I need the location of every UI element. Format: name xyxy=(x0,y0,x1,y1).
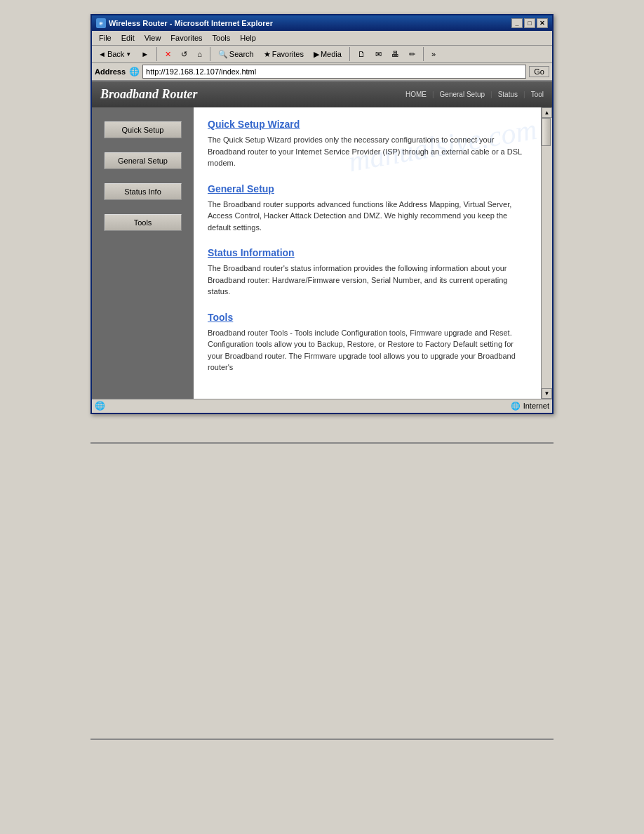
section-status-info-title[interactable]: Status Information xyxy=(208,247,527,258)
router-nav: HOME | General Setup | Status | Tool xyxy=(405,91,544,98)
general-setup-button[interactable]: General Setup xyxy=(105,152,182,169)
status-bar-left: 🌐 xyxy=(95,401,108,411)
maximize-button[interactable]: □ xyxy=(524,18,535,28)
go-button[interactable]: Go xyxy=(529,66,549,77)
section-general-setup-text: The Broadband router supports advanced f… xyxy=(208,199,527,234)
refresh-icon: ↺ xyxy=(181,50,187,59)
forward-button[interactable]: ► xyxy=(137,48,152,60)
separator-line-1 xyxy=(90,442,554,444)
section-general-setup: General Setup The Broadband router suppo… xyxy=(208,183,527,234)
router-header: Broadband Router HOME | General Setup | … xyxy=(92,81,552,107)
scroll-down-button[interactable]: ▼ xyxy=(542,388,552,399)
stop-button[interactable]: ✕ xyxy=(161,48,175,61)
router-content: Quick Setup Wizard The Quick Setup Wizar… xyxy=(194,107,541,399)
back-button[interactable]: ◄ Back ▼ xyxy=(95,48,135,60)
nav-general-setup[interactable]: General Setup xyxy=(440,91,485,98)
history-icon: 🗋 xyxy=(358,50,365,58)
address-label: Address xyxy=(95,67,126,76)
mail-icon: ✉ xyxy=(375,50,382,59)
nav-tool[interactable]: Tool xyxy=(531,91,544,98)
print-button[interactable]: 🖶 xyxy=(388,48,403,60)
toolbar: ◄ Back ▼ ► ✕ ↺ ⌂ 🔍 Search ★ Favorites ▶ … xyxy=(92,46,552,63)
titlebar-controls: _ □ ✕ xyxy=(511,18,548,28)
zone-indicator: 🌐 Internet xyxy=(511,402,549,411)
refresh-button[interactable]: ↺ xyxy=(177,48,191,61)
favorites-button[interactable]: ★ Favorites xyxy=(260,48,307,61)
titlebar: e Wireless Router - Microsoft Internet E… xyxy=(92,15,552,31)
section-quick-setup: Quick Setup Wizard The Quick Setup Wizar… xyxy=(208,119,527,169)
browser-window: e Wireless Router - Microsoft Internet E… xyxy=(90,14,554,414)
address-bar: Address 🌐 Go xyxy=(92,63,552,81)
expand-icon: » xyxy=(431,50,436,58)
loading-icon: 🌐 xyxy=(95,401,105,411)
titlebar-title: Wireless Router - Microsoft Internet Exp… xyxy=(109,19,273,27)
section-quick-setup-text: The Quick Setup Wizard provides only the… xyxy=(208,134,527,169)
menu-tools[interactable]: Tools xyxy=(208,32,235,44)
scroll-thumb[interactable] xyxy=(542,118,551,146)
section-tools-title[interactable]: Tools xyxy=(208,312,527,323)
section-status-info-text: The Broadband router's status informatio… xyxy=(208,263,527,298)
zone-label: Internet xyxy=(523,402,549,410)
star-icon: ★ xyxy=(264,50,271,59)
router-container: Broadband Router HOME | General Setup | … xyxy=(92,81,552,399)
section-quick-setup-title[interactable]: Quick Setup Wizard xyxy=(208,119,527,130)
search-button[interactable]: 🔍 Search xyxy=(215,48,257,61)
home-button[interactable]: ⌂ xyxy=(194,48,206,60)
address-input[interactable] xyxy=(142,65,526,79)
search-icon: 🔍 xyxy=(218,50,228,59)
nav-status[interactable]: Status xyxy=(498,91,518,98)
media-button[interactable]: ▶ Media xyxy=(310,48,345,61)
status-bar: 🌐 🌐 Internet xyxy=(92,399,552,413)
scrollbar: ▲ ▼ xyxy=(541,107,552,399)
edit-icon: ✏ xyxy=(409,50,415,59)
section-tools: Tools Broadband router Tools - Tools inc… xyxy=(208,312,527,373)
nav-home[interactable]: HOME xyxy=(405,91,427,98)
stop-icon: ✕ xyxy=(165,50,171,59)
ie-icon: e xyxy=(96,18,106,28)
section-general-setup-title[interactable]: General Setup xyxy=(208,183,527,194)
close-button[interactable]: ✕ xyxy=(537,18,548,28)
separator-4 xyxy=(423,47,424,61)
expand-button[interactable]: » xyxy=(428,48,439,60)
forward-icon: ► xyxy=(141,50,149,58)
section-status-info: Status Information The Broadband router'… xyxy=(208,247,527,298)
minimize-button[interactable]: _ xyxy=(511,18,523,28)
titlebar-left: e Wireless Router - Microsoft Internet E… xyxy=(96,18,273,28)
menubar: File Edit View Favorites Tools Help xyxy=(92,31,552,46)
quick-setup-button[interactable]: Quick Setup xyxy=(105,121,182,138)
scroll-track[interactable] xyxy=(542,118,552,388)
back-icon: ◄ xyxy=(98,50,106,58)
history-button[interactable]: 🗋 xyxy=(354,48,369,60)
status-info-button[interactable]: Status Info xyxy=(105,183,182,200)
home-icon: ⌂ xyxy=(197,50,202,58)
separator-2 xyxy=(210,47,210,61)
media-icon: ▶ xyxy=(314,50,319,59)
tools-button[interactable]: Tools xyxy=(105,214,182,231)
menu-view[interactable]: View xyxy=(140,32,166,44)
separator-1 xyxy=(156,47,157,61)
menu-help[interactable]: Help xyxy=(236,32,260,44)
separator-3 xyxy=(349,47,350,61)
router-title: Broadband Router xyxy=(100,87,198,102)
menu-favorites[interactable]: Favorites xyxy=(166,32,206,44)
menu-edit[interactable]: Edit xyxy=(117,32,139,44)
scroll-up-button[interactable]: ▲ xyxy=(542,107,552,118)
print-icon: 🖶 xyxy=(391,50,399,58)
mail-button[interactable]: ✉ xyxy=(372,48,385,61)
separator-line-2 xyxy=(90,739,554,740)
router-sidebar: Quick Setup General Setup Status Info To… xyxy=(92,107,194,399)
router-body: Quick Setup General Setup Status Info To… xyxy=(92,107,552,399)
menu-file[interactable]: File xyxy=(95,32,116,44)
page-icon: 🌐 xyxy=(128,66,140,77)
globe-icon: 🌐 xyxy=(511,402,521,411)
section-tools-text: Broadband router Tools - Tools include C… xyxy=(208,327,527,373)
chevron-down-icon: ▼ xyxy=(126,51,131,58)
edit-button[interactable]: ✏ xyxy=(405,48,419,61)
